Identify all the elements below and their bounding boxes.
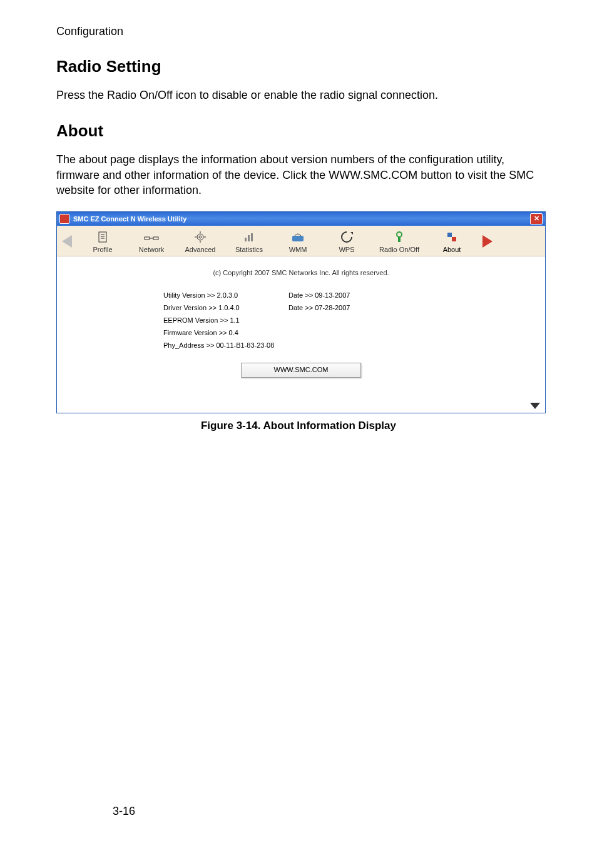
svg-marker-17 — [350, 232, 353, 235]
svg-point-18 — [397, 232, 402, 237]
statistics-icon — [242, 230, 256, 245]
nav-prev-arrow-icon[interactable] — [62, 235, 72, 248]
network-icon — [143, 230, 160, 245]
close-icon[interactable]: ✕ — [530, 213, 543, 225]
expand-arrow-down-icon[interactable] — [530, 403, 540, 409]
wmm-icon — [290, 230, 305, 245]
svg-rect-4 — [145, 237, 150, 240]
svg-rect-5 — [153, 237, 158, 240]
info-date: Date >> 07-28-2007 — [288, 304, 382, 311]
svg-rect-20 — [447, 233, 452, 237]
window-title: SMC EZ Connect N Wireless Utility — [73, 215, 530, 223]
version-info-grid: Utility Version >> 2.0.3.0 Date >> 09-13… — [163, 289, 545, 351]
figure-caption: Figure 3-14. About Information Display — [56, 420, 541, 432]
info-date: Date >> 09-13-2007 — [288, 291, 382, 299]
heading-radio-setting: Radio Setting — [56, 57, 541, 76]
tab-label: WMM — [289, 246, 307, 253]
wps-icon — [340, 230, 354, 245]
tab-label: WPS — [339, 246, 354, 253]
tab-wps[interactable]: WPS — [322, 230, 371, 253]
tab-label: Network — [139, 246, 164, 253]
info-label: Utility Version >> 2.0.3.0 — [163, 291, 288, 299]
copyright-text: (c) Copyright 2007 SMC Networks Inc. All… — [57, 269, 545, 276]
info-row: Utility Version >> 2.0.3.0 Date >> 09-13… — [163, 289, 545, 301]
info-label: Driver Version >> 1.0.4.0 — [163, 304, 288, 311]
svg-rect-16 — [292, 236, 304, 241]
info-row: Phy_Address >> 00-11-B1-83-23-08 — [163, 339, 545, 351]
app-icon — [59, 214, 69, 224]
svg-rect-21 — [452, 237, 456, 241]
svg-rect-14 — [248, 235, 250, 241]
tab-network[interactable]: Network — [127, 230, 176, 253]
svg-point-8 — [199, 236, 202, 238]
svg-rect-0 — [99, 232, 106, 242]
info-row: Driver Version >> 1.0.4.0 Date >> 07-28-… — [163, 301, 545, 314]
tab-wmm[interactable]: WMM — [273, 230, 322, 253]
app-window: SMC EZ Connect N Wireless Utility ✕ Prof… — [56, 211, 546, 413]
info-row: EEPROM Version >> 1.1 — [163, 314, 545, 326]
tab-label: Advanced — [185, 246, 216, 253]
svg-rect-19 — [398, 237, 401, 242]
tab-about[interactable]: About — [427, 230, 476, 253]
about-pane: (c) Copyright 2007 SMC Networks Inc. All… — [57, 256, 545, 413]
titlebar: SMC EZ Connect N Wireless Utility ✕ — [57, 212, 545, 226]
svg-rect-15 — [251, 233, 253, 241]
heading-about: About — [56, 121, 541, 141]
svg-point-7 — [197, 234, 203, 240]
tab-label: About — [443, 246, 461, 253]
profile-icon — [96, 230, 110, 245]
tab-profile[interactable]: Profile — [78, 230, 127, 253]
toolbar: Profile Network Advanced Statistics WMM — [57, 226, 545, 256]
nav-next-arrow-icon[interactable] — [482, 235, 492, 248]
running-header: Configuration — [56, 25, 541, 38]
tab-label: Radio On/Off — [379, 246, 419, 253]
about-icon — [445, 230, 459, 245]
info-row: Firmware Version >> 0.4 — [163, 326, 545, 339]
tab-statistics[interactable]: Statistics — [225, 230, 273, 253]
para-about: The about page displays the information … — [56, 152, 541, 198]
info-label: Firmware Version >> 0.4 — [163, 329, 288, 336]
info-label: EEPROM Version >> 1.1 — [163, 316, 288, 324]
svg-rect-13 — [245, 238, 247, 241]
radio-onoff-icon — [392, 230, 406, 245]
tab-label: Profile — [93, 246, 112, 253]
gear-icon — [193, 230, 207, 245]
page-number: 3-16 — [113, 805, 135, 818]
tab-radio-onoff[interactable]: Radio On/Off — [371, 230, 427, 253]
tab-advanced[interactable]: Advanced — [176, 230, 225, 253]
info-label: Phy_Address >> 00-11-B1-83-23-08 — [163, 341, 326, 349]
para-radio-setting: Press the Radio On/Off icon to disable o… — [56, 88, 541, 103]
smc-website-button[interactable]: WWW.SMC.COM — [241, 363, 361, 378]
tab-label: Statistics — [235, 246, 263, 253]
